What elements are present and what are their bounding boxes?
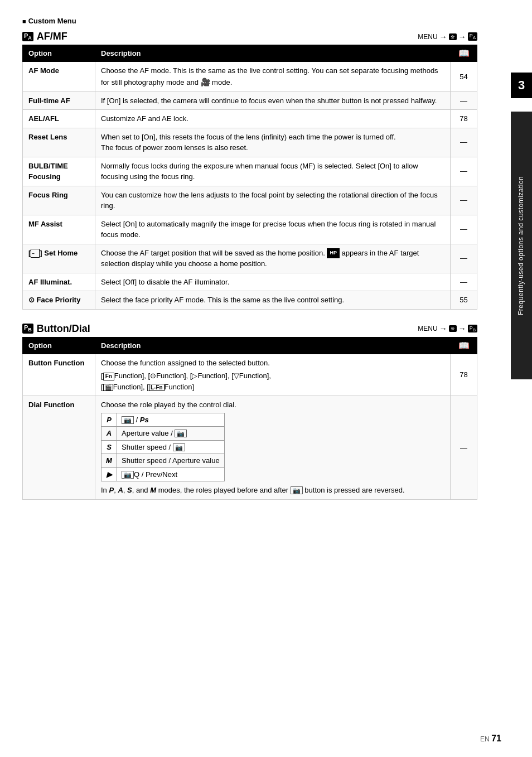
afmf-table: Option Description 📖 AF Mode Choose the … xyxy=(22,45,477,310)
option-button-function: Button Function xyxy=(23,354,95,396)
arrow2: → xyxy=(458,32,466,41)
content-area: Custom Menu PA AF/MF MENU → ※ → PA xyxy=(22,17,504,500)
multiframe-icon-dial: 📷 xyxy=(122,471,134,479)
dial-mode-m: M xyxy=(101,454,117,468)
option-reset-lens: Reset Lens xyxy=(23,128,95,157)
option-focus-ring: Focus Ring xyxy=(23,186,95,215)
dial-value-a: Aperture value / 📷 xyxy=(117,427,225,441)
table-row: AF Mode Choose the AF mode. This is the … xyxy=(23,62,477,92)
ref-reset-lens: — xyxy=(451,128,477,157)
exposure-icon-p: 📷 xyxy=(122,416,134,424)
ref-button-function: 78 xyxy=(451,354,477,396)
button-dial-menu-path: MENU → ※ → PB xyxy=(418,324,477,333)
button-dial-table: Option Description 📖 Button Function Cho… xyxy=(22,337,477,500)
desc-aelafl: Customize AF and AE lock. xyxy=(95,110,451,128)
dial-row: S Shutter speed / 📷 xyxy=(101,440,225,454)
dial-row: P 📷 / Ps xyxy=(101,413,225,427)
dial-inner-table: P 📷 / Ps A Aperture value / 📷 S Shutter xyxy=(101,413,225,482)
desc-button-function: Choose the function assigned to the sele… xyxy=(95,354,451,396)
button-dial-title-icon: PB xyxy=(22,324,33,333)
button-dial-title: PB Button/Dial xyxy=(22,323,90,335)
desc-fulltime-af: If [On] is selected, the camera will con… xyxy=(95,91,451,110)
afmf-header-option: Option xyxy=(23,45,95,62)
option-aelacl: AEL/AFL xyxy=(23,110,95,128)
dial-mode-a: A xyxy=(101,427,117,441)
desc-focus-ring: You can customize how the lens adjusts t… xyxy=(95,186,451,215)
menu-word: MENU xyxy=(418,33,437,41)
table-row: Focus Ring You can customize how the len… xyxy=(23,186,477,215)
button-dial-section: PB Button/Dial MENU → ※ → PB Option Desc… xyxy=(22,323,477,500)
arrow1: → xyxy=(439,32,447,41)
table-row: MF Assist Select [On] to automatically m… xyxy=(23,215,477,244)
option-fulltime-af: Full-time AF xyxy=(23,91,95,110)
ref-aelafl: 78 xyxy=(451,110,477,128)
side-tab-label: Frequently-used options and customizatio… xyxy=(511,112,532,379)
afmf-title-icon: PA xyxy=(22,32,33,41)
page-footer: EN 71 xyxy=(480,734,501,744)
table-row: BULB/TIMEFocusing Normally focus locks d… xyxy=(23,157,477,186)
dial-value-p: 📷 / Ps xyxy=(117,413,225,427)
table-row: Reset Lens When set to [On], this resets… xyxy=(23,128,477,157)
dial-mode-s: S xyxy=(101,440,117,454)
multiframe-icon: 🎬 xyxy=(103,384,113,391)
desc-dial-function: Choose the role played by the control di… xyxy=(95,396,451,500)
exposure-icon-note: 📷 xyxy=(291,486,303,494)
option-bulb-time: BULB/TIMEFocusing xyxy=(23,157,95,186)
table-row: Full-time AF If [On] is selected, the ca… xyxy=(23,91,477,110)
ref-set-home: — xyxy=(451,244,477,273)
en-label: EN xyxy=(480,735,490,743)
dial-row: M Shutter speed / Aperture value xyxy=(101,454,225,468)
exposure-icon-a: 📷 xyxy=(175,430,187,437)
table-row: AEL/AFL Customize AF and AE lock. 78 xyxy=(23,110,477,128)
page-wrapper: 3 Frequently-used options and customizat… xyxy=(0,0,532,757)
ref-af-mode: 54 xyxy=(451,62,477,92)
ref-focus-ring: — xyxy=(451,186,477,215)
option-dial-function: Dial Function xyxy=(23,396,95,500)
button-dial-section-header: PB Button/Dial MENU → ※ → PB xyxy=(22,323,477,335)
custom-menu-header: Custom Menu xyxy=(22,17,477,25)
button-dial-title-text: Button/Dial xyxy=(37,323,90,335)
desc-reset-lens: When set to [On], this resets the focus … xyxy=(95,128,451,157)
dial-value-s: Shutter speed / 📷 xyxy=(117,440,225,454)
bd-header-description: Description xyxy=(95,337,451,354)
afmf-header-ref: 📖 xyxy=(451,45,477,62)
desc-face-priority: Select the face priority AF mode. This i… xyxy=(95,291,451,310)
lfn-icon: L-Fn xyxy=(149,384,165,391)
desc-bulb-time: Normally focus locks during the exposure… xyxy=(95,157,451,186)
bd-header-option: Option xyxy=(23,337,95,354)
ref-bulb-time: — xyxy=(451,157,477,186)
hp-icon: HP xyxy=(327,248,340,258)
table-row: AF Illuminat. Select [Off] to disable th… xyxy=(23,273,477,291)
desc-af-mode: Choose the AF mode. This is the same as … xyxy=(95,62,451,92)
pa-icon: PA xyxy=(468,32,477,41)
afmf-section-header: PA AF/MF MENU → ※ → PA xyxy=(22,31,477,42)
option-mf-assist: MF Assist xyxy=(23,215,95,244)
dial-value-m: Shutter speed / Aperture value xyxy=(117,454,225,468)
ref-af-illuminat: — xyxy=(451,273,477,291)
ref-dial-function: — xyxy=(451,396,477,500)
option-af-illuminat: AF Illuminat. xyxy=(23,273,95,291)
exposure-icon-s: 📷 xyxy=(173,443,185,451)
afmf-title: PA AF/MF xyxy=(22,31,67,42)
page-number: 71 xyxy=(491,734,501,743)
ref-face-priority: 55 xyxy=(451,291,477,310)
fn-box: Fn xyxy=(103,373,114,380)
arrow3: → xyxy=(439,324,447,333)
desc-mf-assist: Select [On] to automatically magnify the… xyxy=(95,215,451,244)
table-row: Dial Function Choose the role played by … xyxy=(23,396,477,500)
desc-af-illuminat: Select [Off] to disable the AF illuminat… xyxy=(95,273,451,291)
table-row: Button Function Choose the function assi… xyxy=(23,354,477,396)
dial-mode-play: ▶ xyxy=(101,467,117,481)
bd-header-ref: 📖 xyxy=(451,337,477,354)
table-row: ⊙ Face Priority Select the face priority… xyxy=(23,291,477,310)
afmf-header-description: Description xyxy=(95,45,451,62)
dial-value-play: 📷Q / Prev/Next xyxy=(117,467,225,481)
gear-icon: ※ xyxy=(449,33,457,40)
afmf-menu-path: MENU → ※ → PA xyxy=(418,32,477,41)
ref-fulltime-af: — xyxy=(451,91,477,110)
dial-mode-p: P xyxy=(101,413,117,427)
afmf-section: PA AF/MF MENU → ※ → PA Option Descriptio… xyxy=(22,31,477,310)
dial-row: ▶ 📷Q / Prev/Next xyxy=(101,467,225,481)
afmf-title-text: AF/MF xyxy=(37,31,67,42)
target-icon xyxy=(31,249,40,258)
